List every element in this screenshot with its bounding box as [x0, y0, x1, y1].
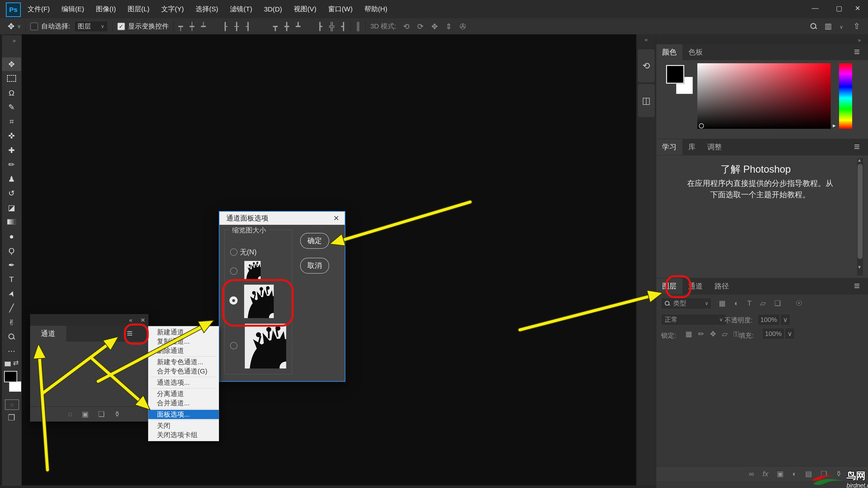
- delete-channel-icon[interactable]: ⚱: [114, 410, 120, 418]
- add-layer-mask-icon[interactable]: ▣: [777, 469, 784, 478]
- tool-blur[interactable]: ●: [2, 230, 21, 243]
- panel-collapse-icon[interactable]: «: [129, 317, 132, 324]
- learn-panel-menu-icon[interactable]: ≡: [854, 141, 860, 152]
- tool-type[interactable]: T: [2, 272, 21, 286]
- link-layers-icon[interactable]: ∞: [749, 470, 754, 478]
- align-left-icon[interactable]: ┠: [223, 22, 227, 31]
- menu-view[interactable]: 视图(V): [294, 4, 316, 14]
- tool-dodge[interactable]: Ϙ: [2, 244, 21, 257]
- tool-eraser[interactable]: ◪: [2, 201, 21, 215]
- distribute-spacing-icon[interactable]: ║: [355, 22, 361, 31]
- workspace-icon[interactable]: ▥: [825, 22, 832, 31]
- menu-item-merge-channels[interactable]: 合并通道...: [148, 398, 219, 408]
- layer-styles-icon[interactable]: fx: [763, 470, 768, 478]
- align-hcenter-icon[interactable]: ╂: [235, 22, 239, 31]
- layers-panel-menu-icon[interactable]: ≡: [854, 280, 860, 291]
- tool-path-selection[interactable]: ➤: [2, 287, 21, 300]
- menu-item-new-channel[interactable]: 新建通道...: [148, 328, 219, 337]
- tool-history-brush[interactable]: ↺: [2, 186, 21, 200]
- menu-file[interactable]: 文件(F): [28, 4, 50, 14]
- 3d-rotate-icon[interactable]: ⟲: [403, 22, 410, 31]
- auto-select-checkbox[interactable]: [30, 23, 38, 30]
- shape-layer-filter-icon[interactable]: ▱: [760, 299, 766, 307]
- scroll-down-icon[interactable]: ▾: [858, 264, 861, 270]
- foreground-color-swatch[interactable]: [4, 371, 17, 382]
- menu-item-close-tab-group[interactable]: 关闭选项卡组: [148, 430, 219, 440]
- menu-edit[interactable]: 编辑(E): [61, 4, 84, 14]
- menu-item-duplicate-channel[interactable]: 复制通道...: [148, 337, 219, 346]
- thumbnail-large-preview[interactable]: [245, 324, 286, 368]
- menu-item-channel-options[interactable]: 通道选项...: [148, 378, 219, 387]
- distribute-vcenter-icon[interactable]: ╋: [284, 22, 289, 31]
- tool-spot-healing[interactable]: ✚: [2, 143, 21, 157]
- panel-close-icon[interactable]: ✕: [141, 317, 145, 324]
- background-color-swatch[interactable]: [9, 381, 21, 392]
- cancel-button[interactable]: 取消: [300, 258, 329, 273]
- tool-brush[interactable]: ✏: [2, 158, 21, 171]
- radio-thumbnail-large[interactable]: [230, 342, 237, 349]
- smart-object-filter-icon[interactable]: ❏: [774, 299, 781, 307]
- learn-scrollbar-thumb[interactable]: [858, 164, 863, 259]
- layer-filter-type-dropdown[interactable]: 类型 ∨: [661, 298, 711, 309]
- tool-quick-selection[interactable]: ✎: [2, 100, 21, 114]
- align-right-icon[interactable]: ┨: [246, 22, 250, 31]
- 3d-roll-icon[interactable]: ⟳: [417, 22, 424, 31]
- tool-preset-chevron-icon[interactable]: ∨: [17, 24, 21, 29]
- dock-collapse-icon[interactable]: «: [645, 37, 648, 43]
- saturation-brightness-field[interactable]: [698, 63, 831, 129]
- quick-mask-button[interactable]: ◌: [5, 399, 19, 410]
- pixel-layer-filter-icon[interactable]: ▦: [719, 299, 725, 307]
- align-top-icon[interactable]: ┯: [178, 22, 183, 31]
- lock-pixels-icon[interactable]: ✏: [698, 330, 704, 338]
- adjustment-layer-filter-icon[interactable]: ◐: [734, 299, 739, 307]
- tool-pen[interactable]: ✒: [2, 258, 21, 272]
- minimize-button[interactable]: —: [805, 0, 826, 16]
- channels-tab[interactable]: 通道: [30, 326, 66, 341]
- maximize-button[interactable]: ▢: [829, 0, 849, 16]
- color-foreground-swatch[interactable]: [666, 65, 684, 84]
- menu-item-merge-spot-channel[interactable]: 合并专色通道(G): [148, 367, 219, 376]
- menu-item-close[interactable]: 关闭: [148, 421, 219, 430]
- color-picker-marker[interactable]: [699, 123, 704, 128]
- tab-libraries[interactable]: 库: [682, 139, 702, 155]
- adjustment-layer-icon[interactable]: ◐: [792, 470, 797, 478]
- menu-type[interactable]: 文字(Y): [161, 4, 184, 14]
- tool-zoom[interactable]: [2, 330, 21, 344]
- blend-mode-dropdown[interactable]: 正常∨: [661, 314, 726, 325]
- tool-more[interactable]: ⋯: [2, 344, 21, 358]
- menu-item-new-spot-channel[interactable]: 新建专色通道...: [148, 357, 219, 367]
- tool-rectangular-marquee[interactable]: [2, 72, 21, 85]
- tool-lasso[interactable]: Ω: [2, 86, 21, 100]
- show-transform-checkbox[interactable]: ✓: [117, 23, 125, 30]
- tool-line[interactable]: ╱: [2, 301, 21, 315]
- radio-thumbnail-small[interactable]: [230, 267, 237, 275]
- ok-button[interactable]: 确定: [300, 233, 329, 249]
- hue-slider-marker-icon[interactable]: ▸: [833, 122, 836, 129]
- auto-select-target-dropdown[interactable]: 图层∨: [74, 21, 108, 32]
- menu-image[interactable]: 图像(I): [96, 4, 116, 14]
- new-channel-icon[interactable]: ❏: [98, 410, 105, 418]
- tool-move[interactable]: ✥: [2, 57, 21, 71]
- dialog-title-bar[interactable]: 通道面板选项 ✕: [219, 212, 345, 225]
- lock-all-icon[interactable]: ⚿: [733, 330, 739, 338]
- tab-paths[interactable]: 路径: [709, 278, 735, 294]
- share-icon[interactable]: ⇧: [853, 22, 860, 31]
- color-panel-menu-icon[interactable]: ≡: [854, 46, 860, 57]
- menu-select[interactable]: 选择(S): [195, 4, 218, 14]
- swap-colors-icon[interactable]: ⇄: [13, 359, 19, 367]
- radio-thumbnail-none[interactable]: [230, 249, 237, 256]
- load-selection-icon[interactable]: ◌: [68, 410, 72, 418]
- fill-value[interactable]: 100%: [762, 328, 784, 339]
- distribute-hcenter-icon[interactable]: ╬: [329, 22, 334, 31]
- fill-chevron-icon[interactable]: ∨: [785, 328, 795, 339]
- distribute-bottom-icon[interactable]: ┻: [296, 22, 301, 31]
- tool-hand[interactable]: ✌: [2, 316, 21, 329]
- tab-adjustments[interactable]: 调整: [702, 139, 727, 155]
- menu-layer[interactable]: 图层(L): [128, 4, 150, 14]
- opacity-chevron-icon[interactable]: ∨: [780, 314, 790, 325]
- search-icon[interactable]: [810, 23, 817, 29]
- filter-toggle-icon[interactable]: ☉: [796, 299, 802, 307]
- 3d-slide-icon[interactable]: ⇕: [445, 22, 452, 31]
- toolbar-collapse-icon[interactable]: »: [13, 37, 16, 44]
- close-button[interactable]: ✕: [847, 0, 868, 16]
